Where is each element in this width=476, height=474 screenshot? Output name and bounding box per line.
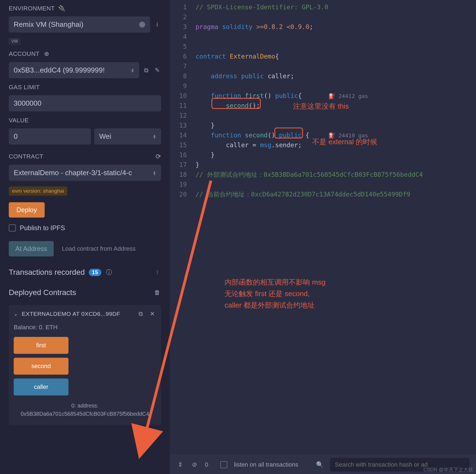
value-unit-select[interactable]: Wei ▲▼ [94, 128, 161, 144]
plug-icon: 🔌 [58, 5, 66, 12]
watermark: CSDN @华天下之大软 [423, 466, 473, 473]
chevron-down-icon[interactable]: ⌄ [14, 311, 18, 317]
deployed-contract-item: ⌄ EXTERNALDEMO AT 0XCD6...99DF ⧉ ✕ Balan… [9, 305, 161, 425]
code-area[interactable]: // SPDX-License-Identifier: GPL-3.0pragm… [192, 0, 476, 474]
updown-icon: ▲▼ [153, 135, 156, 138]
deployed-contract-title: EXTERNALDEMO AT 0XCD6...99DF [22, 311, 121, 317]
expand-icon[interactable]: ⇕ [176, 461, 184, 469]
tx-count-badge: 15 [89, 269, 101, 276]
pending-count: 0 [205, 461, 208, 468]
dropdown-indicator-icon [139, 22, 145, 28]
fn-caller-button[interactable]: caller [14, 378, 68, 395]
account-label: ACCOUNT ⊕ [9, 50, 161, 58]
caller-result: 0: address: 0x5B38Da6a701c568545dCfcB03F… [14, 399, 156, 420]
deploy-panel: ENVIRONMENT 🔌 Remix VM (Shanghai) i VM A… [0, 0, 170, 474]
contract-label: CONTRACT [9, 153, 43, 160]
gas-limit-label: GAS LIMIT [9, 84, 161, 91]
search-icon[interactable]: 🔍 [316, 461, 323, 469]
contract-label-row: CONTRACT ⟳ [9, 153, 161, 160]
gas-limit-input[interactable]: 3000000 [9, 95, 161, 111]
updown-icon: ▲▼ [131, 68, 134, 72]
updown-icon: ▲▼ [153, 171, 156, 175]
publish-ipfs-checkbox[interactable]: Publish to IPFS [9, 224, 161, 232]
line-gutter: 1234567891011121314151617181920 [170, 0, 192, 474]
evm-version-badge: evm version: shanghai [9, 186, 67, 196]
info-circle-icon[interactable]: ⓘ [105, 268, 113, 276]
checkbox-icon [9, 224, 16, 232]
transactions-recorded-header[interactable]: Transactions recorded 15 ⓘ 〉 [9, 262, 161, 279]
annotation-not-external: 不是 external 的时候 [312, 137, 377, 147]
plus-circle-icon[interactable]: ⊕ [43, 50, 50, 58]
at-address-button[interactable]: At Address [9, 241, 54, 256]
account-select[interactable]: 0x5B3...eddC4 (99.9999999! ▲▼ [9, 62, 139, 78]
code-editor[interactable]: 1234567891011121314151617181920 // SPDX-… [170, 0, 476, 474]
contract-select[interactable]: ExternalDemo - chapter-3/1-static/4-c ▲▼ [9, 165, 161, 181]
refresh-icon[interactable]: ⟳ [156, 153, 161, 160]
copy-icon[interactable]: ⧉ [142, 67, 150, 74]
copy-icon[interactable]: ⧉ [137, 310, 145, 318]
fn-first-button[interactable]: first [14, 337, 68, 354]
annotation-no-this: 注意这里没有 this [293, 101, 349, 111]
close-icon[interactable]: ✕ [148, 310, 156, 318]
edit-icon[interactable]: ✎ [153, 67, 161, 74]
trash-icon[interactable]: 🗑 [153, 289, 161, 296]
vm-badge: VM [9, 38, 20, 45]
block-icon[interactable]: ⊘ [191, 461, 198, 469]
chevron-right-icon: 〉 [156, 269, 161, 276]
value-label: VALUE [9, 117, 161, 124]
deploy-button[interactable]: Deploy [9, 202, 45, 218]
environment-label: ENVIRONMENT 🔌 [9, 5, 161, 12]
balance-text: Balance: 0. ETH [14, 324, 156, 331]
listen-checkbox[interactable] [220, 461, 227, 468]
deployed-contracts-header: Deployed Contracts 🗑 [9, 282, 161, 300]
fn-second-button[interactable]: second [14, 358, 68, 375]
value-input[interactable]: 0 [9, 128, 91, 144]
at-address-input[interactable]: Load contract from Address [57, 241, 161, 256]
listen-label: listen on all transactions [234, 461, 298, 468]
environment-select[interactable]: Remix VM (Shanghai) [9, 16, 150, 33]
annotation-msg-explain: 内部函数的相互调用不影响 msg 无论触发 first 还是 second, c… [225, 276, 325, 311]
info-icon[interactable]: i [153, 21, 161, 28]
